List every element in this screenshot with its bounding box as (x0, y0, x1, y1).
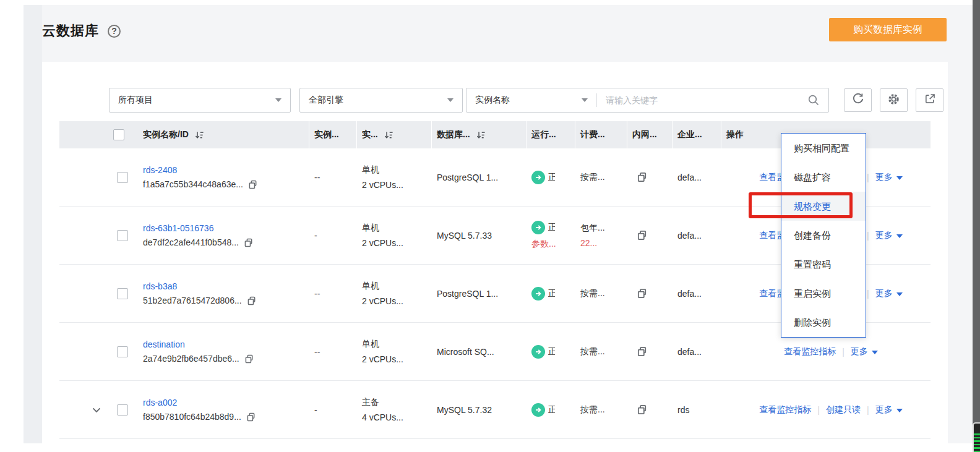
running-status-icon (531, 403, 545, 417)
column-header[interactable]: 实例名称/ID (138, 121, 309, 148)
network-cell (627, 207, 673, 264)
column-header: 运行... (527, 121, 575, 148)
row-select-cell (59, 323, 138, 380)
copy-icon[interactable] (247, 179, 258, 190)
project-select-value: 所有项目 (118, 95, 153, 106)
copy-icon[interactable] (636, 171, 673, 183)
project-select[interactable]: 所有项目 (109, 88, 291, 113)
context-menu-item[interactable]: 规格变更 (781, 192, 866, 221)
name-id-cell: rds-63b1-0516736 de7df2c2afe441f0b548... (138, 207, 309, 264)
context-menu-item[interactable]: 购买相同配置 (781, 134, 866, 163)
instance-name-link[interactable]: rds-2408 (143, 165, 309, 175)
action-link[interactable]: 更多 (875, 172, 903, 183)
read-replica-value: -- (314, 173, 357, 182)
running-status-icon (531, 345, 545, 359)
column-header: 内网... (627, 121, 673, 148)
action-separator: | (867, 289, 869, 299)
copy-icon[interactable] (243, 237, 254, 248)
status-cell: 正 (527, 381, 575, 438)
action-link[interactable]: 更多 (875, 288, 903, 299)
instance-spec: 4 vCPUs... (362, 412, 432, 422)
type-spec-cell: 单机 2 vCPUs... (357, 323, 432, 380)
status-cell: 正 参数... (527, 207, 575, 264)
enterprise-project: defa... (677, 231, 721, 241)
context-menu-item[interactable]: 创建备份 (781, 221, 866, 250)
open-in-new-button[interactable] (916, 88, 943, 112)
context-menu-item[interactable]: 删除实例 (781, 308, 866, 337)
action-link[interactable]: 查看监控指标 (759, 404, 811, 416)
copy-icon[interactable] (636, 404, 673, 416)
engine-cell: Microsoft SQ... (432, 323, 527, 380)
row-checkbox[interactable] (117, 404, 128, 416)
caret-down-icon (447, 98, 453, 102)
copy-icon[interactable] (246, 412, 256, 422)
engine-select[interactable]: 全部引擎 (299, 88, 463, 113)
instance-type: 单机 (362, 281, 432, 292)
expand-chevron-icon[interactable] (92, 405, 101, 415)
instance-spec: 2 vCPUs... (362, 296, 432, 306)
context-menu-item[interactable]: 重启实例 (781, 279, 866, 308)
keyword-input[interactable] (597, 95, 807, 105)
read-replica-cell: - (309, 381, 357, 438)
network-cell (627, 265, 673, 322)
row-checkbox[interactable] (117, 346, 128, 357)
copy-icon[interactable] (636, 288, 673, 299)
action-link[interactable]: 更多 (851, 346, 878, 357)
action-link[interactable]: 更多 (875, 404, 903, 416)
instance-name-link[interactable]: rds-a002 (143, 398, 309, 407)
row-select-cell (59, 207, 138, 264)
caret-down-icon (896, 409, 903, 412)
copy-icon[interactable] (636, 346, 673, 357)
settings-button[interactable] (880, 88, 908, 112)
search-field-select[interactable]: 实例名称 (466, 95, 596, 106)
action-link[interactable]: 查看监控指标 (784, 346, 836, 357)
caret-down-icon (896, 292, 903, 296)
sort-icon[interactable] (384, 130, 393, 140)
instance-id: f1a5a7c55b344c48a63e... (143, 179, 243, 189)
engine-value: MySQL 5.7.33 (437, 231, 527, 241)
engine-cell: MySQL 5.7.32 (432, 381, 527, 438)
column-header[interactable]: 数据库... (432, 121, 527, 148)
magnifier-icon[interactable] (807, 94, 820, 106)
instance-name-link[interactable]: destination (143, 339, 309, 349)
refresh-button[interactable] (844, 88, 872, 112)
action-link[interactable]: 创建只读 (826, 404, 861, 416)
copy-icon[interactable] (246, 296, 257, 306)
running-status-icon (531, 171, 545, 184)
instance-type: 主备 (362, 397, 432, 408)
engine-value: MySQL 5.7.32 (437, 405, 527, 415)
console-region: 云数据库 ? 购买数据库实例 所有项目 全部引擎 实例名称 (24, 5, 973, 443)
row-checkbox[interactable] (117, 172, 128, 183)
context-menu-item[interactable]: 磁盘扩容 (781, 163, 866, 192)
actions-cell: 查看监控指标|创建只读|更多 (721, 381, 931, 438)
row-checkbox[interactable] (117, 288, 128, 299)
refresh-icon (852, 93, 864, 108)
help-icon[interactable]: ? (108, 25, 121, 38)
copy-icon[interactable] (244, 354, 254, 364)
status-cell: 正 (527, 265, 575, 322)
status-text: 正 (548, 404, 555, 416)
billing-mode: 按需... (580, 172, 627, 183)
select-all-checkbox[interactable] (113, 129, 124, 140)
column-header-label: 实例名称/ID (143, 129, 189, 140)
instance-name-link[interactable]: rds-63b1-0516736 (143, 223, 309, 233)
caret-down-icon (582, 98, 588, 102)
instance-name-link[interactable]: rds-b3a8 (143, 281, 309, 291)
copy-icon[interactable] (636, 229, 673, 241)
column-header[interactable]: 实... (357, 121, 432, 148)
row-checkbox[interactable] (117, 230, 128, 241)
read-replica-value: - (314, 231, 357, 241)
sort-icon[interactable] (476, 130, 486, 140)
screen-share-indicator (973, 422, 980, 452)
status-extra[interactable]: 参数... (531, 239, 575, 250)
context-menu-item[interactable]: 重置密码 (781, 250, 866, 279)
buy-instance-button[interactable]: 购买数据库实例 (829, 18, 947, 41)
green-stripes (974, 433, 980, 452)
action-link[interactable]: 更多 (875, 230, 903, 241)
name-id-cell: rds-2408 f1a5a7c55b344c48a63e... (138, 148, 309, 206)
instance-type: 单机 (362, 339, 432, 350)
enterprise-project: rds (677, 405, 721, 415)
caret-down-icon (872, 351, 878, 354)
sort-icon[interactable] (195, 130, 204, 140)
name-id-cell: rds-b3a8 51b2ed7a7615472d806... (138, 265, 309, 322)
